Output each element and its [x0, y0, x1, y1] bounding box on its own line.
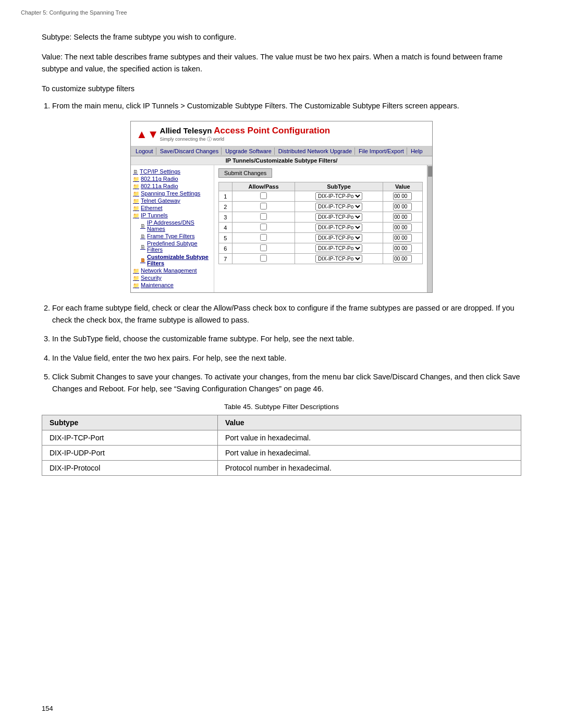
sidebar-item-tcpip[interactable]: 🗎 TCP/IP Settings	[133, 168, 212, 175]
chapter-header: Chapter 5: Configuring the Spanning Tree	[0, 0, 563, 16]
row-check-3[interactable]	[232, 212, 295, 223]
row-subtype-5[interactable]: DIX-IP-TCP-Port	[295, 233, 383, 243]
doc-table-header-value: Value	[217, 415, 521, 430]
allow-pass-checkbox-4[interactable]	[260, 224, 267, 230]
subtype-select-3[interactable]: DIX-IP-TCP-Port	[315, 213, 362, 221]
nav-help[interactable]: Help	[408, 147, 425, 155]
nav-fileimport[interactable]: File Import/Export	[356, 147, 407, 155]
value-input-3[interactable]	[393, 213, 412, 221]
subtype-select-6[interactable]: DIX-IP-TCP-Port	[315, 244, 362, 252]
doc-row-subtype-1: DIX-IP-TCP-Port	[42, 430, 218, 446]
value-input-7[interactable]	[393, 255, 412, 263]
value-input-1[interactable]	[393, 192, 412, 200]
nav-distributed[interactable]: Distributed Network Upgrade	[276, 147, 355, 155]
row-subtype-1[interactable]: DIX-IP-TCP-Port	[295, 191, 383, 202]
sidebar-label-frametype: Frame Type Filters	[147, 233, 195, 239]
row-check-4[interactable]	[232, 223, 295, 233]
subtype-select-4[interactable]: DIX-IP-TCP-Port	[315, 224, 362, 231]
row-value-3[interactable]	[383, 212, 422, 223]
nav-bar: Logout Save/Discard Changes Upgrade Soft…	[131, 146, 432, 156]
doc-row-subtype-2: DIX-IP-UDP-Port	[42, 446, 218, 461]
row-check-5[interactable]	[232, 233, 295, 243]
scrollbar[interactable]	[427, 165, 432, 292]
step-5: Click Submit Changes to save your change…	[52, 371, 521, 394]
para-subtype: Subtype: Selects the frame subtype you w…	[42, 31, 521, 43]
row-check-1[interactable]	[232, 191, 295, 202]
para-customize: To customize subtype filters	[42, 83, 521, 94]
row-subtype-4[interactable]: DIX-IP-TCP-Port	[295, 223, 383, 233]
sidebar-item-ethernet[interactable]: 📁 Ethernet	[133, 205, 212, 211]
sidebar-item-spanning[interactable]: 📁 Spanning Tree Settings	[133, 190, 212, 196]
steps-list: From the main menu, click IP Tunnels > C…	[52, 100, 521, 112]
sidebar-item-telnet[interactable]: 📁 Telnet Gateway	[133, 198, 212, 204]
allow-pass-checkbox-3[interactable]	[260, 213, 267, 220]
doc-icon-frametype: 🗎	[140, 233, 145, 239]
row-value-7[interactable]	[383, 254, 422, 264]
page-number: 154	[42, 705, 53, 712]
value-input-2[interactable]	[393, 203, 412, 211]
row-value-4[interactable]	[383, 223, 422, 233]
sidebar-item-80211a[interactable]: 📁 802.11a Radio	[133, 183, 212, 189]
row-value-1[interactable]	[383, 191, 422, 202]
allow-pass-checkbox-1[interactable]	[260, 192, 267, 199]
nav-logout[interactable]: Logout	[133, 147, 156, 155]
sidebar-label-ipdns: IP Addresses/DNS Names	[147, 219, 212, 232]
sidebar-item-predefined[interactable]: 🗎 Predefined Subtype Filters	[133, 240, 212, 253]
brand-subtitle: Simply connecting the ⓘ world	[160, 136, 331, 143]
sidebar-item-80211g[interactable]: 📁 802.11g Radio	[133, 176, 212, 182]
row-value-6[interactable]	[383, 243, 422, 254]
sidebar-item-customizable[interactable]: 🗎 Customizable Subtype Filters	[133, 254, 212, 266]
allow-pass-checkbox-6[interactable]	[260, 244, 267, 251]
sidebar-label-customizable: Customizable Subtype Filters	[147, 254, 212, 266]
row-value-2[interactable]	[383, 202, 422, 212]
table-row: 1 DIX-IP-TCP-Port	[219, 191, 423, 202]
brand-name: Allied Telesyn	[160, 126, 212, 135]
right-wrapper: Submit Changes Allow/Pass SubType Value	[214, 165, 432, 292]
row-subtype-3[interactable]: DIX-IP-TCP-Port	[295, 212, 383, 223]
sidebar-label-spanning: Spanning Tree Settings	[141, 190, 200, 196]
scroll-thumb[interactable]	[428, 166, 432, 177]
row-check-7[interactable]	[232, 254, 295, 264]
step-4: In the Value field, enter the two hex pa…	[52, 352, 521, 364]
doc-row-value-2: Port value in hexadecimal.	[217, 446, 521, 461]
value-input-5[interactable]	[393, 234, 412, 242]
allow-pass-checkbox-7[interactable]	[260, 255, 267, 262]
doc-icon-ipdns: 🗎	[140, 223, 145, 229]
folder-icon-security: 📁	[133, 275, 139, 281]
submit-changes-button[interactable]: Submit Changes	[218, 168, 272, 178]
row-check-6[interactable]	[232, 243, 295, 254]
doc-table-header-subtype: Subtype	[42, 415, 218, 430]
table-row: 3 DIX-IP-TCP-Port	[219, 212, 423, 223]
folder-icon-ethernet: 📁	[133, 205, 139, 211]
screenshot-main: 🗎 TCP/IP Settings 📁 802.11g Radio 📁 802.…	[131, 165, 432, 292]
sidebar-item-maintenance[interactable]: 📁 Maintenance	[133, 282, 212, 288]
value-input-4[interactable]	[393, 224, 412, 231]
row-check-2[interactable]	[232, 202, 295, 212]
allow-pass-checkbox-2[interactable]	[260, 203, 267, 209]
row-subtype-6[interactable]: DIX-IP-TCP-Port	[295, 243, 383, 254]
col-value: Value	[383, 182, 422, 191]
nav-upgrade[interactable]: Upgrade Software	[223, 147, 275, 155]
sidebar-label-netmgmt: Network Management	[141, 267, 197, 274]
subtype-select-5[interactable]: DIX-IP-TCP-Port	[315, 234, 362, 242]
row-subtype-2[interactable]: DIX-IP-TCP-Port	[295, 202, 383, 212]
sidebar-item-frametype[interactable]: 🗎 Frame Type Filters	[133, 233, 212, 239]
table-row: 4 DIX-IP-TCP-Port	[219, 223, 423, 233]
row-value-5[interactable]	[383, 233, 422, 243]
folder-icon-80211a: 📁	[133, 183, 139, 189]
sidebar-item-netmgmt[interactable]: 📁 Network Management	[133, 267, 212, 274]
nav-save[interactable]: Save/Discard Changes	[157, 147, 222, 155]
folder-icon-spanning: 📁	[133, 191, 139, 196]
subtype-select-1[interactable]: DIX-IP-TCP-Port	[315, 192, 362, 200]
subtype-select-2[interactable]: DIX-IP-TCP-Port	[315, 203, 362, 211]
subtype-filter-table: Subtype Value DIX-IP-TCP-Port Port value…	[42, 415, 521, 476]
subtype-select-7[interactable]: DIX-IP-TCP-Port	[315, 255, 362, 263]
value-input-6[interactable]	[393, 244, 412, 252]
allow-pass-checkbox-5[interactable]	[260, 234, 267, 241]
sidebar-item-iptunnels[interactable]: 📁 IP Tunnels	[133, 212, 212, 218]
sidebar-item-security[interactable]: 📁 Security	[133, 275, 212, 281]
sidebar-label-80211a: 802.11a Radio	[141, 183, 178, 189]
sidebar-label-predefined: Predefined Subtype Filters	[147, 240, 212, 253]
sidebar-item-ipdns[interactable]: 🗎 IP Addresses/DNS Names	[133, 219, 212, 232]
row-subtype-7[interactable]: DIX-IP-TCP-Port	[295, 254, 383, 264]
